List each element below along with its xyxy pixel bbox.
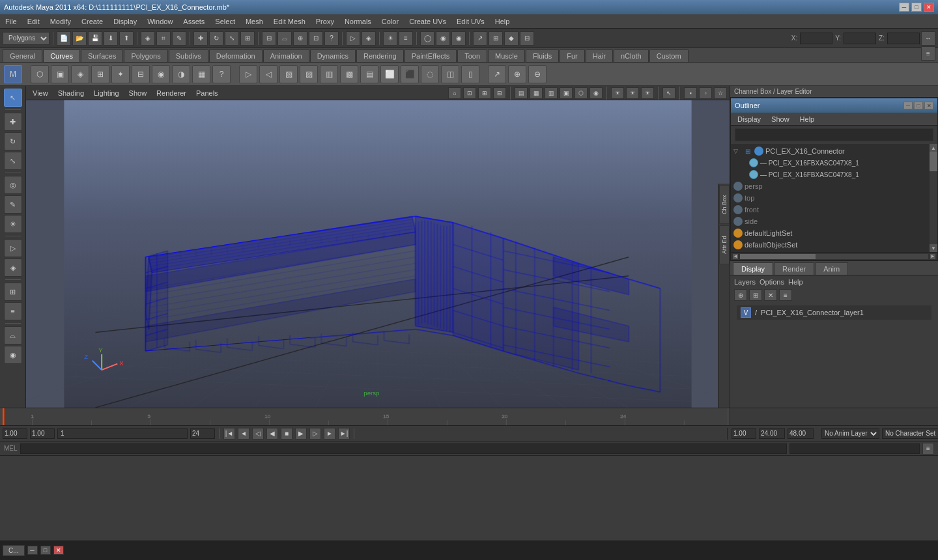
prev-frame-btn[interactable]: ◁ xyxy=(252,428,264,440)
select-mode-btn[interactable]: ↖ xyxy=(4,89,22,107)
vp-btn-smooth[interactable]: ▣ xyxy=(560,87,573,99)
rotate-btn[interactable]: ↻ xyxy=(209,31,223,46)
abs-rel-btn[interactable]: ↔ xyxy=(921,31,935,46)
move-tool-btn[interactable]: ✚ xyxy=(4,113,22,131)
vp-btn-light1[interactable]: ☀ xyxy=(611,87,624,99)
viewport[interactable]: View Shading Lighting Show Renderer Pane… xyxy=(26,86,730,408)
character-set-dropdown[interactable]: No Character Set xyxy=(882,428,938,439)
outliner-minimize-btn[interactable]: ─ xyxy=(903,102,913,109)
attr-editor-btn[interactable]: ≡ xyxy=(399,31,413,46)
shelf-icon-12[interactable]: ◁ xyxy=(259,65,277,83)
anim-layer-dropdown[interactable]: No Anim Layer xyxy=(821,428,879,439)
vp-btn-smooth2[interactable]: ◉ xyxy=(590,87,603,99)
shelf-icon-17[interactable]: ▤ xyxy=(360,65,378,83)
options-btn[interactable]: ⊟ xyxy=(520,31,534,46)
shelf-tab-rendering[interactable]: Rendering xyxy=(356,49,404,62)
import-btn[interactable]: ⬇ xyxy=(104,31,118,46)
restore-button[interactable]: □ xyxy=(911,3,922,12)
paint-select-btn[interactable]: ✎ xyxy=(172,31,186,46)
save-file-btn[interactable]: 💾 xyxy=(88,31,102,46)
lower-tab-display[interactable]: Display xyxy=(733,262,773,275)
shelf-tab-deformation[interactable]: Deformation xyxy=(209,49,263,62)
outliner-search-input[interactable] xyxy=(735,128,933,141)
stop-btn[interactable]: ■ xyxy=(281,428,292,440)
grid-btn[interactable]: ⊞ xyxy=(4,283,22,301)
mode-dropdown[interactable]: Polygons xyxy=(3,32,50,45)
shelf-icon-4[interactable]: ⊞ xyxy=(91,65,109,83)
taskbar-minimize-btn[interactable]: ─ xyxy=(27,546,38,555)
outliner-display-menu[interactable]: Display xyxy=(733,114,765,124)
step-forward-btn[interactable]: ► xyxy=(324,428,335,440)
ipr-render-btn[interactable]: ◈ xyxy=(4,259,22,277)
select-arrow-btn[interactable]: ↗ xyxy=(473,31,487,46)
vp-btn-light3[interactable]: ☀ xyxy=(641,87,654,99)
shelf-icon-2[interactable]: ▣ xyxy=(51,65,69,83)
snap-point-btn[interactable]: ⊕ xyxy=(293,31,307,46)
new-file-btn[interactable]: 📄 xyxy=(57,31,71,46)
vp-btn-deselect[interactable]: ⊟ xyxy=(493,87,506,99)
playback-end-input[interactable] xyxy=(759,428,785,439)
layer-visibility-toggle[interactable]: V xyxy=(741,307,751,318)
close-button[interactable]: ✕ xyxy=(924,3,934,12)
timeline-ruler[interactable]: 1 5 10 15 20 24 xyxy=(0,408,730,425)
outliner-hscroll-thumb[interactable] xyxy=(740,254,816,259)
z-input[interactable] xyxy=(887,33,920,44)
shelf-tab-fur[interactable]: Fur xyxy=(560,49,585,62)
vp-btn-wire-solid[interactable]: ▥ xyxy=(545,87,558,99)
y-input[interactable] xyxy=(844,33,876,44)
outliner-help-menu[interactable]: Help xyxy=(796,114,819,124)
universal-manip-btn[interactable]: ⊞ xyxy=(240,31,255,46)
vp-menu-panels[interactable]: Panels xyxy=(192,88,222,98)
taskbar-close-btn[interactable]: ✕ xyxy=(53,546,64,555)
scale-tool-btn[interactable]: ⤡ xyxy=(4,152,22,170)
outliner-hscroll-left[interactable]: ◄ xyxy=(732,253,739,260)
silhouette-btn[interactable]: ◯ xyxy=(420,31,434,46)
show-manip-btn[interactable]: ☀ xyxy=(383,31,397,46)
curve-tool-btn[interactable]: ⌓ xyxy=(4,326,22,344)
rotate-tool-btn[interactable]: ↻ xyxy=(4,132,22,150)
shelf-tab-general[interactable]: General xyxy=(3,49,42,62)
menu-color[interactable]: Color xyxy=(377,14,404,28)
taskbar-restore-btn[interactable]: □ xyxy=(40,546,51,555)
shelf-tab-animation[interactable]: Animation xyxy=(263,49,309,62)
play-reverse-btn[interactable]: ◀ xyxy=(266,428,278,440)
shelf-tab-subdivs[interactable]: Subdivs xyxy=(169,49,208,62)
vp-btn-bounding[interactable]: ⬡ xyxy=(575,87,588,99)
menu-assets[interactable]: Assets xyxy=(178,14,210,28)
shelf-icon-22[interactable]: ▯ xyxy=(461,65,479,83)
tree-item-side[interactable]: side xyxy=(731,216,930,227)
vp-btn-home[interactable]: ⌂ xyxy=(448,87,461,99)
vp-menu-view[interactable]: View xyxy=(29,88,52,98)
shelf-icon-15[interactable]: ▥ xyxy=(320,65,338,83)
lower-tab-render[interactable]: Render xyxy=(774,262,814,275)
mel-send-btn[interactable]: ≡ xyxy=(922,443,934,455)
x-input[interactable] xyxy=(800,33,832,44)
vp-btn-select-all[interactable]: ⊞ xyxy=(478,87,491,99)
vp-menu-show[interactable]: Show xyxy=(125,88,151,98)
play-forward-btn[interactable]: ▶ xyxy=(295,428,307,440)
shelf-icon-21[interactable]: ◫ xyxy=(441,65,459,83)
vp-btn-layout2[interactable]: ▫ xyxy=(699,87,712,99)
outliner-scroll-track[interactable] xyxy=(930,152,937,244)
menu-proxy[interactable]: Proxy xyxy=(311,14,339,28)
tree-item-lightset[interactable]: defaultLightSet xyxy=(731,227,930,239)
vp-btn-fit[interactable]: ⊡ xyxy=(463,87,476,99)
vp-btn-wire[interactable]: ▤ xyxy=(515,87,528,99)
select-tool-btn[interactable]: ◈ xyxy=(141,31,155,46)
tree-item-top[interactable]: top xyxy=(731,192,930,204)
shelf-icon-5[interactable]: ✦ xyxy=(111,65,130,83)
render-btn[interactable]: ▷ xyxy=(346,31,360,46)
menu-mesh[interactable]: Mesh xyxy=(240,14,268,28)
help-btn[interactable]: ? xyxy=(324,31,339,46)
show-manip-left-btn[interactable]: ☀ xyxy=(4,215,22,233)
vp-btn-cursor[interactable]: ↖ xyxy=(662,87,675,99)
shelf-options-btn[interactable]: ≡ xyxy=(921,46,935,61)
vp-btn-layout1[interactable]: ▪ xyxy=(684,87,697,99)
go-end-btn[interactable]: ►| xyxy=(338,428,350,440)
shelf-icon-24[interactable]: ⊕ xyxy=(508,65,526,83)
shelf-tab-custom[interactable]: Custom xyxy=(649,49,689,62)
menu-display[interactable]: Display xyxy=(108,14,142,28)
tree-item-mesh2[interactable]: — PCI_EX_X16FBXASC047X8_1 xyxy=(731,169,930,180)
outliner-hscroll-right[interactable]: ► xyxy=(930,253,936,260)
end-frame-input[interactable] xyxy=(190,428,215,439)
